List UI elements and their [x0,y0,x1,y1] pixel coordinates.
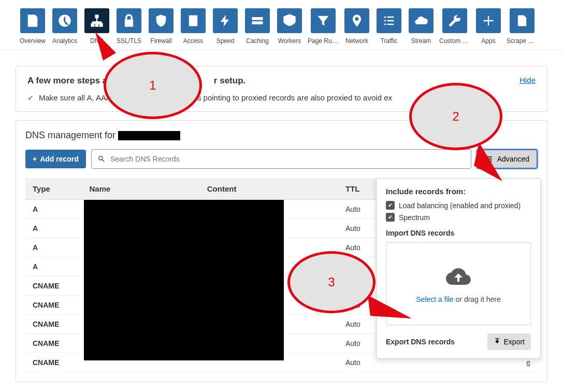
dns-management-card: DNS management for + Add record Advanced… [16,120,547,382]
nav-label: Apps [481,37,495,45]
nav-label: Stream [411,37,431,45]
nav-label: Custom P… [439,37,470,45]
top-nav: OverviewAnalyticsDNSSSL/TLSFirewallAcces… [0,0,563,50]
import-title: Import DNS records [386,229,531,237]
export-title: Export DNS records [386,338,455,346]
nav-label: Traffic [381,37,398,45]
door-icon [181,8,206,33]
nav-item-overview[interactable]: Overview [19,8,47,45]
nav-label: Workers [278,37,301,45]
svg-marker-1 [474,142,502,181]
cell-ttl: Auto [338,219,374,238]
export-button[interactable]: Export [487,333,531,350]
nav-label: Analytics [52,37,77,45]
col-ttl: TTL [338,178,374,200]
cell-type: CNAME [25,334,82,353]
checkbox-load-balancing[interactable]: ✔ Load balancing (enabled and proxied) [386,201,531,210]
nav-item-access[interactable]: Access [179,8,207,45]
shield-icon [149,8,174,33]
check-icon: ✔ [27,94,34,102]
funnel-icon [311,8,336,33]
cell-type: CNAME [25,277,82,296]
redacted-block [84,200,284,360]
notice-title: A few more steps are r setup. [27,76,392,86]
cell-type: A [25,257,82,277]
list-icon [377,8,401,33]
nav-label: Page Rules [308,37,339,45]
dns-toolbar: + Add record Advanced [25,149,538,169]
cell-type: A [25,200,82,219]
cell-type: CNAME [25,353,82,372]
search-icon [97,155,106,163]
nav-item-analytics[interactable]: Analytics [51,8,79,45]
redacted-domain [118,131,180,140]
callout-tail [368,290,414,326]
nav-item-custom-p-[interactable]: Custom P… [439,8,470,45]
pie-icon [52,8,77,33]
notice-item: ✔ Make sure all A, AAA ds pointing to pr… [27,93,392,102]
callout-3: 3 [287,251,376,313]
cloud-icon [409,8,434,33]
plus-icon [476,8,501,33]
hex-icon [277,8,302,33]
nav-label: Scrape S… [507,37,538,45]
checkbox-spectrum[interactable]: ✔ Spectrum [386,213,531,222]
nav-item-network[interactable]: Network [343,8,371,45]
callout-tail [90,32,126,68]
hide-link[interactable]: Hide [519,76,536,84]
include-records-title: Include records from: [386,187,531,196]
cell-type: CNAME [25,315,82,334]
col-type: Type [25,178,82,200]
nav-label: Overview [20,37,46,45]
callout-tail [474,140,510,186]
checkbox-icon: ✔ [386,201,395,210]
cell-ttl: Auto [338,353,374,372]
table-wrapper: Type Name Content TTL A Auto e A Auto e … [25,178,538,372]
col-name: Name [82,178,199,200]
nav-item-apps[interactable]: Apps [474,8,502,45]
cloud-upload-icon [444,264,472,289]
nav-item-speed[interactable]: Speed [211,8,239,45]
callout-1: 1 [104,52,202,119]
search-wrapper [91,149,471,169]
cell-type: A [25,238,82,257]
nav-item-caching[interactable]: Caching [243,8,271,45]
nav-item-workers[interactable]: Workers [276,8,304,45]
doc-icon [20,8,45,33]
nav-label: Network [345,37,368,45]
page-icon [510,8,535,33]
tree-icon [84,8,109,33]
pin-icon [344,8,369,33]
nav-item-firewall[interactable]: Firewall [147,8,175,45]
row-action-link[interactable]: e [526,358,530,367]
nav-item-traffic[interactable]: Traffic [375,8,403,45]
svg-marker-0 [95,32,116,61]
drive-icon [245,8,270,33]
dropzone-text: Select a file or drag it here [416,295,500,303]
lock-icon [117,8,141,33]
download-icon [494,338,501,345]
nav-label: Speed [216,37,235,45]
search-input[interactable] [91,149,471,169]
add-record-button[interactable]: + Add record [25,150,86,168]
wrench-icon [442,8,467,33]
plus-icon: + [33,155,37,163]
svg-marker-2 [368,295,412,318]
nav-item-scrape-s-[interactable]: Scrape S… [507,8,538,45]
col-content: Content [200,178,338,200]
bolt-icon [213,8,238,33]
cell-type: A [25,219,82,238]
checkbox-icon: ✔ [386,213,395,222]
cell-ttl: Auto [338,200,374,219]
nav-label: Caching [246,37,269,45]
cell-ttl: Auto [338,334,374,353]
nav-label: Firewall [150,37,171,45]
nav-item-stream[interactable]: Stream [407,8,435,45]
callout-2: 2 [409,83,502,150]
cell-type: CNAME [25,296,82,315]
nav-item-page-rules[interactable]: Page Rules [308,8,339,45]
advanced-panel: Include records from: ✔ Load balancing (… [376,178,541,359]
select-file-link[interactable]: Select a file [416,295,453,303]
nav-label: Access [183,37,204,45]
